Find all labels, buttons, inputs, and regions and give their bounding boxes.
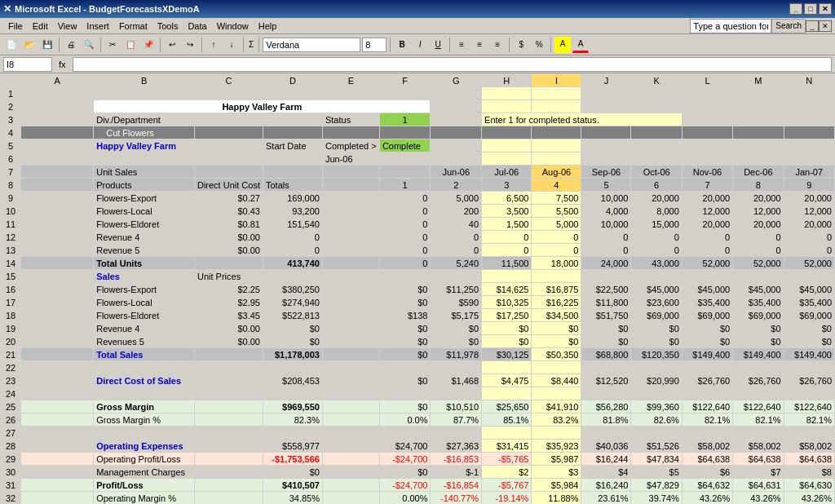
cell-f22[interactable] (379, 361, 431, 374)
cell-b3[interactable]: Div./Department (94, 113, 195, 126)
cell-l28[interactable]: $58,002 (682, 440, 732, 453)
cell-f19[interactable]: $0 (379, 322, 431, 335)
font-size-input[interactable] (362, 38, 387, 52)
cell-h22[interactable] (482, 361, 532, 374)
menu-format[interactable]: Format (114, 20, 152, 33)
cell-e8[interactable] (322, 179, 379, 192)
cell-n14[interactable]: 52,000 (784, 257, 834, 270)
cell-j16[interactable]: $22,500 (581, 283, 631, 296)
cell-l16[interactable]: $45,000 (682, 283, 732, 296)
cell-f16[interactable]: $0 (379, 283, 431, 296)
cell-c29[interactable] (194, 453, 263, 466)
cell-m13[interactable]: 0 (733, 244, 784, 257)
cell-m25[interactable]: $122,640 (733, 400, 784, 413)
cell-g1[interactable] (431, 87, 482, 100)
cell-i16[interactable]: $16,875 (532, 283, 581, 296)
cell-b14[interactable]: Total Units (94, 257, 195, 270)
cell-e1[interactable] (322, 87, 379, 100)
minimize-button[interactable]: _ (789, 3, 802, 15)
cell-d8[interactable]: Totals (263, 179, 322, 192)
menu-insert[interactable]: Insert (82, 20, 114, 33)
cell-j9[interactable]: 10,000 (581, 192, 631, 205)
cell-g25[interactable]: $10,510 (431, 400, 482, 413)
cell-c4[interactable] (194, 126, 263, 139)
menu-window[interactable]: Window (212, 20, 254, 33)
cell-e20[interactable] (322, 335, 379, 348)
cell-k25[interactable]: $99,360 (631, 400, 682, 413)
new-button[interactable]: 📄 (3, 37, 20, 53)
cell-i6[interactable] (532, 153, 581, 166)
cell-a11[interactable] (21, 218, 94, 231)
cell-m31[interactable]: $64,631 (733, 479, 784, 492)
cell-c7[interactable] (194, 166, 263, 179)
percent-button[interactable]: % (531, 37, 547, 53)
cell-g13[interactable]: 0 (431, 244, 482, 257)
cell-f27[interactable] (379, 427, 431, 440)
cell-e14[interactable] (322, 257, 379, 270)
cell-f20[interactable]: $0 (379, 335, 431, 348)
cell-l12[interactable]: 0 (682, 231, 732, 244)
cell-i9[interactable]: 7,500 (532, 192, 581, 205)
cell-h26[interactable]: 85.1% (482, 413, 532, 427)
cell-c8[interactable]: Direct Unit Cost (194, 179, 263, 192)
cell-k12[interactable]: 0 (631, 231, 682, 244)
cell-j28[interactable]: $40,036 (581, 440, 631, 453)
header-col-e[interactable]: E (322, 74, 379, 87)
cell-m6[interactable] (733, 153, 784, 166)
cell-b13[interactable]: Revenue 5 (94, 244, 195, 257)
italic-button[interactable]: I (412, 37, 428, 53)
cell-g9[interactable]: 5,000 (431, 192, 482, 205)
cell-e24[interactable] (322, 387, 379, 400)
cell-i22[interactable] (532, 361, 581, 374)
cell-k20[interactable]: $0 (631, 335, 682, 348)
cell-n7[interactable]: Jan-07 (784, 166, 834, 179)
header-col-b[interactable]: B (94, 74, 195, 87)
cell-d13[interactable]: 0 (263, 244, 322, 257)
cell-n3[interactable] (784, 113, 834, 126)
cell-n25[interactable]: $122,640 (784, 400, 834, 413)
cell-b31[interactable]: Profit/Loss (94, 479, 195, 492)
cell-i28[interactable]: $35,923 (532, 440, 581, 453)
restore-button[interactable]: □ (804, 3, 817, 15)
cell-m26[interactable]: 82.1% (733, 413, 784, 427)
cell-d31[interactable]: $410,507 (263, 479, 322, 492)
cell-d16[interactable]: $380,250 (263, 283, 322, 296)
cell-n20[interactable]: $0 (784, 335, 834, 348)
cell-m30[interactable]: $7 (733, 466, 784, 479)
cell-j20[interactable]: $0 (581, 335, 631, 348)
cell-e17[interactable] (322, 296, 379, 309)
cell-h6[interactable] (482, 153, 532, 166)
cell-m19[interactable]: $0 (733, 322, 784, 335)
cell-n8[interactable]: 9 (784, 179, 834, 192)
align-left-button[interactable]: ≡ (453, 37, 470, 53)
cell-i11[interactable]: 5,000 (532, 218, 581, 231)
header-col-i[interactable]: I (532, 74, 581, 87)
cell-f25[interactable]: $0 (379, 400, 431, 413)
cell-l4[interactable] (682, 126, 732, 139)
align-right-button[interactable]: ≡ (489, 37, 506, 53)
cell-c6[interactable] (194, 153, 263, 166)
cell-a6[interactable] (21, 153, 94, 166)
cell-h19[interactable]: $0 (482, 322, 532, 335)
cell-i32[interactable]: 11.88% (532, 492, 581, 505)
cell-l14[interactable]: 52,000 (682, 257, 732, 270)
cell-i19[interactable]: $0 (532, 322, 581, 335)
cell-k10[interactable]: 8,000 (631, 205, 682, 218)
cell-d19[interactable]: $0 (263, 322, 322, 335)
cell-b11[interactable]: Flowers-Eldoret (94, 218, 195, 231)
cell-g19[interactable]: $0 (431, 322, 482, 335)
cell-i21[interactable]: $50,350 (532, 348, 581, 361)
cell-d14[interactable]: 413,740 (263, 257, 322, 270)
cell-m22[interactable] (733, 361, 784, 374)
cell-k32[interactable]: 39.74% (631, 492, 682, 505)
cell-k6[interactable] (631, 153, 682, 166)
header-col-c[interactable]: C (194, 74, 263, 87)
cell-d21[interactable]: $1,178,003 (263, 348, 322, 361)
cell-k16[interactable]: $45,000 (631, 283, 682, 296)
cell-b12[interactable]: Revenue 4 (94, 231, 195, 244)
cell-e11[interactable] (322, 218, 379, 231)
cell-i8[interactable]: 4 (532, 179, 581, 192)
cell-b7[interactable]: Unit Sales (94, 166, 195, 179)
cell-n6[interactable] (784, 153, 834, 166)
cell-j6[interactable] (581, 153, 631, 166)
